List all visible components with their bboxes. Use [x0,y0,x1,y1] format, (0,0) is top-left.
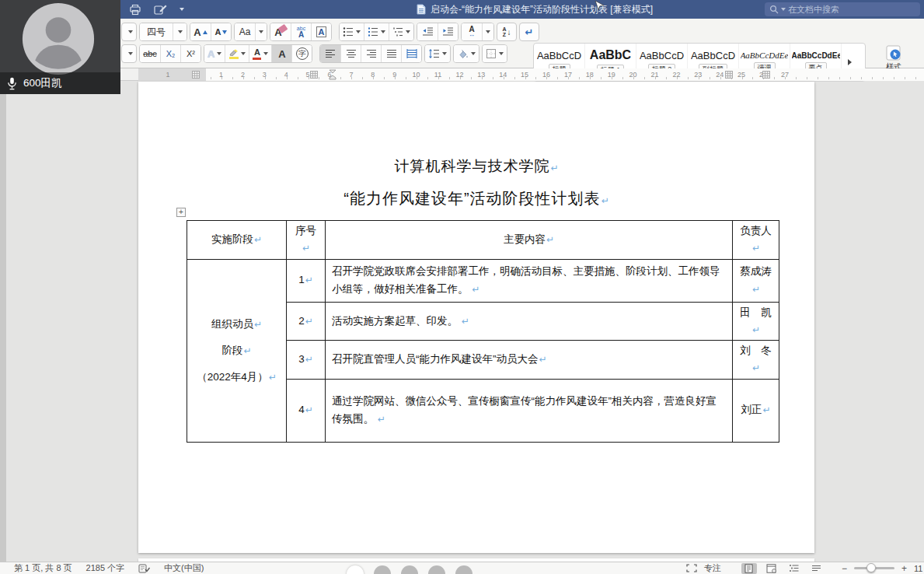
character-border-button[interactable]: A [311,23,331,40]
decrease-indent-button[interactable] [417,23,438,40]
row-owner-cell[interactable]: 刘 冬↵ [733,341,779,380]
header-owner[interactable]: 负责人↵ [733,221,779,260]
header-number[interactable]: 序号↵ [287,221,326,260]
distribute-text-button[interactable] [401,45,421,62]
highlight-button[interactable] [225,45,249,62]
outline-view-icon [789,564,799,572]
character-scaling-button[interactable]: A ↔ [462,23,482,40]
table-column-marker-icon[interactable] [192,71,200,79]
zoom-slider-knob[interactable] [866,563,876,572]
underline-partial-dropdown[interactable] [121,44,137,63]
align-right-button[interactable] [361,45,381,62]
sort-button[interactable]: A Z ↓ [497,23,517,41]
zoom-out-button[interactable]: − [842,564,847,573]
word-count[interactable]: 2185 个字 [86,562,125,574]
zoom-in-button[interactable]: + [901,564,907,573]
change-case-button[interactable]: Aa [235,23,255,40]
row-content-cell[interactable]: 活动实施方案起草、印发。 ↵ [326,302,733,341]
character-shading-button[interactable]: A [271,45,291,62]
font-color-button[interactable]: A [249,45,271,62]
ruler-number: 15 [521,71,528,79]
indent-marker-icon[interactable] [329,69,336,80]
header-content[interactable]: 主要内容↵ [326,221,733,260]
borders-icon [486,48,497,59]
row-content-cell[interactable]: 召开学院党政联席会安排部署工作，明确活动目标、主要措施、阶段计划、工作领导小组等… [326,259,733,302]
font-size-step-group: A A [190,23,232,41]
outline-view-button[interactable] [786,563,802,574]
edit-icon[interactable] [154,4,167,16]
statusbar-right: 专注 − + 11 [686,562,924,574]
table-column-marker-icon[interactable] [762,71,770,79]
font-name-partial-dropdown[interactable] [121,23,137,41]
table-move-handle[interactable]: + [176,208,186,217]
grow-font-button[interactable]: A [190,23,211,40]
web-layout-view-button[interactable] [764,563,779,574]
shrink-font-button[interactable]: A [211,23,231,40]
phonetic-guide-button[interactable]: abc A [291,23,311,40]
print-layout-view-button[interactable] [741,563,757,574]
shading-button[interactable] [454,45,479,62]
print-icon[interactable] [129,4,141,16]
row-number-cell[interactable]: 4↵ [287,379,326,442]
align-left-button[interactable] [320,45,340,62]
shading-group [453,44,479,63]
strikethrough-button[interactable]: abc [140,45,160,62]
align-justify-icon [386,48,397,59]
cell-mark: ↵ [752,362,760,373]
numbering-button[interactable] [364,23,389,40]
row-owner-cell[interactable]: 田 凯↵ [733,302,779,341]
row-owner-cell[interactable]: 蔡成涛↵ [733,259,779,302]
list-group [339,23,414,41]
multilevel-list-button[interactable] [389,23,413,40]
cell-mark: ↵ [752,284,760,295]
document-area: 计算机科学与技术学院↵ “能力作风建设年”活动阶段性计划表↵ + 实施阶段↵ 序… [0,82,924,562]
search-icon [769,5,779,14]
borders-button[interactable] [483,45,507,62]
subscript-button[interactable]: X₂ [160,45,180,62]
row-number-cell[interactable]: 1↵ [287,259,326,302]
document-page[interactable]: 计算机科学与技术学院↵ “能力作风建设年”活动阶段性计划表↵ + 实施阶段↵ 序… [138,82,814,553]
ruler-number: 22 [672,71,680,79]
line-spacing-button[interactable] [425,45,450,62]
doc-title-line2[interactable]: “能力作风建设年”活动阶段性计划表↵ [138,188,814,209]
increase-indent-button[interactable] [438,23,458,40]
ruler-number: 8 [371,71,375,79]
text-effects-button[interactable]: A [204,45,225,62]
quick-actions-dropdown-icon[interactable] [180,8,184,11]
table-column-marker-icon[interactable] [310,71,318,79]
search-scope-dropdown-icon[interactable] [781,8,786,11]
page-indicator[interactable]: 第 1 页, 共 8 页 [14,562,72,574]
align-justify-button[interactable] [381,45,401,62]
row-content-cell[interactable]: 召开院直管理人员“能力作风建设年”动员大会↵ [326,341,733,380]
bullets-button[interactable] [340,23,364,40]
show-formatting-marks-button[interactable]: ↵ [519,23,539,41]
zoom-slider[interactable] [854,567,894,569]
stage-cell[interactable]: 组织动员↵ 阶段↵ （2022年4月）↵ [187,259,287,442]
font-size-select[interactable]: 四号 [139,23,187,41]
focus-mode-label[interactable]: 专注 [704,562,721,574]
clear-formatting-button[interactable]: A [270,23,291,40]
superscript-button[interactable]: X² [180,45,200,62]
distribute-text-icon [406,48,417,59]
align-center-button[interactable] [340,45,361,62]
header-stage[interactable]: 实施阶段↵ [187,221,287,260]
row-content-cell[interactable]: 通过学院网站、微信公众号、宣传橱窗宣传“能力作风建设年”相关内容，营造良好宣传氛… [326,379,733,442]
cell-mark: ↵ [546,234,554,245]
font-color-icon: A [253,48,261,60]
row-number-cell[interactable]: 3↵ [287,341,326,380]
character-scaling-dropdown[interactable] [482,23,493,40]
horizontal-ruler[interactable]: 1 12345678910111213141516171819202122232… [0,68,924,81]
doc-title-line1[interactable]: 计算机科学与技术学院↵ [138,156,814,177]
row-number-cell[interactable]: 2↵ [287,302,326,341]
webcam-namebar: 600田凯 [0,72,120,94]
enclose-characters-button[interactable]: 字 [291,45,312,62]
proofing-status-icon[interactable] [138,564,150,573]
row-owner-cell[interactable]: 刘正↵ [733,379,779,442]
focus-mode-icon[interactable] [686,564,697,572]
language-indicator[interactable]: 中文(中国) [164,562,204,574]
draft-view-button[interactable] [809,563,825,574]
search-input[interactable]: 在文档中搜索 [765,2,920,16]
table-column-marker-icon[interactable] [725,71,733,79]
change-case-dropdown[interactable] [255,23,267,40]
enclose-characters-icon: 字 [296,47,309,60]
